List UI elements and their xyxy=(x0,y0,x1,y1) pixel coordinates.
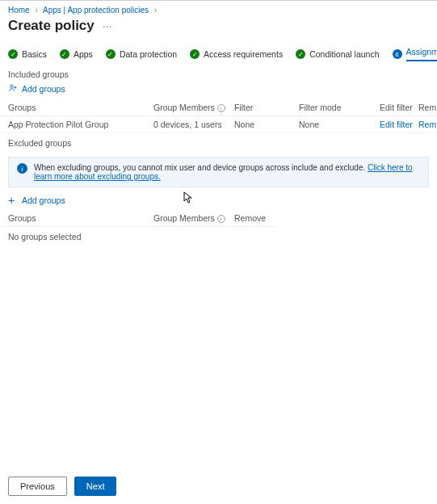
step-conditional-launch[interactable]: Conditional launch xyxy=(296,49,379,59)
col-groups: Groups xyxy=(8,213,153,223)
group-filter-mode: None xyxy=(299,120,380,129)
add-excluded-groups-button[interactable]: + Add groups xyxy=(0,194,437,210)
wizard-steps: Basics Apps Data protection Access requi… xyxy=(0,40,437,65)
step-data-protection[interactable]: Data protection xyxy=(106,49,177,59)
info-message-bar: i When excluding groups, you cannot mix … xyxy=(8,157,429,187)
step-assignments[interactable]: Assignments xyxy=(393,47,437,61)
breadcrumb: Home › Apps | App protection policies › xyxy=(0,1,437,18)
col-remove: Rem xyxy=(418,103,437,112)
page-title: Create policy xyxy=(8,18,95,34)
col-filter-mode: Filter mode xyxy=(299,103,380,112)
info-message-text: When excluding groups, you cannot mix us… xyxy=(34,163,420,181)
add-groups-label: Add groups xyxy=(22,195,65,205)
step-basics[interactable]: Basics xyxy=(8,49,47,59)
excluded-empty-text: No groups selected xyxy=(0,227,437,246)
check-icon xyxy=(60,49,69,59)
check-icon xyxy=(190,49,200,59)
group-filter: None xyxy=(234,120,299,129)
included-group-row: App Protection Pilot Group 0 devices, 1 … xyxy=(0,116,437,133)
breadcrumb-apps[interactable]: Apps | App protection policies xyxy=(43,6,149,15)
check-icon xyxy=(106,49,116,59)
col-remove: Remove xyxy=(234,213,283,223)
check-icon xyxy=(8,49,18,59)
col-groups: Groups xyxy=(8,103,153,112)
wizard-footer: Previous Next xyxy=(0,470,437,504)
chevron-right-icon: › xyxy=(32,6,40,15)
chevron-right-icon: › xyxy=(151,6,160,15)
col-group-members: Group Membersi xyxy=(153,213,234,223)
included-groups-table: Groups Group Membersi Filter Filter mode… xyxy=(0,99,437,133)
svg-point-0 xyxy=(11,85,13,87)
plus-icon: + xyxy=(8,195,18,205)
add-included-groups-button[interactable]: Add groups xyxy=(0,82,437,99)
info-icon[interactable]: i xyxy=(217,215,225,223)
more-actions-button[interactable]: ··· xyxy=(103,19,112,32)
col-edit-filter: Edit filter xyxy=(380,103,418,112)
col-filter: Filter xyxy=(234,103,299,112)
check-icon xyxy=(296,49,305,59)
col-group-members: Group Membersi xyxy=(153,103,234,112)
included-groups-heading: Included groups xyxy=(0,65,437,82)
edit-filter-link[interactable]: Edit filter xyxy=(380,120,418,129)
breadcrumb-home[interactable]: Home xyxy=(8,6,30,15)
step-current-icon xyxy=(393,49,402,59)
step-apps[interactable]: Apps xyxy=(60,49,93,59)
excluded-groups-table: Groups Group Membersi Remove xyxy=(0,210,437,227)
group-members-count: 0 devices, 1 users xyxy=(153,120,234,129)
next-button[interactable]: Next xyxy=(74,477,117,496)
group-name: App Protection Pilot Group xyxy=(8,120,153,129)
previous-button[interactable]: Previous xyxy=(8,477,67,496)
remove-group-link[interactable]: Rem xyxy=(418,120,437,129)
add-person-icon xyxy=(8,83,18,94)
step-access-requirements[interactable]: Access requirements xyxy=(190,49,283,59)
add-groups-label: Add groups xyxy=(22,84,65,94)
excluded-groups-heading: Excluded groups xyxy=(0,133,437,150)
info-icon[interactable]: i xyxy=(217,104,225,112)
info-icon: i xyxy=(17,163,27,174)
